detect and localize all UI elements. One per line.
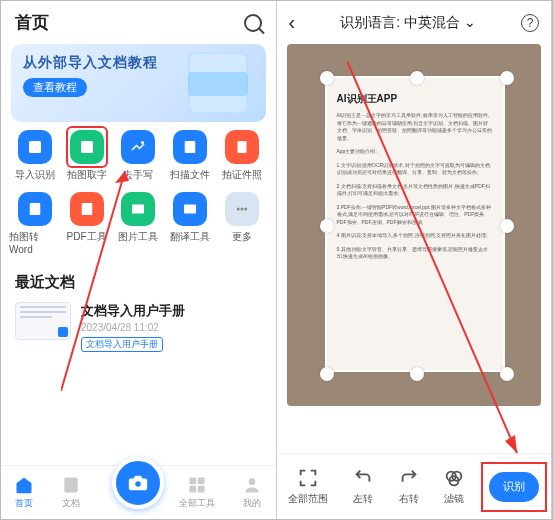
svg-point-26 — [136, 481, 142, 487]
docs-icon — [61, 475, 81, 495]
lang-label: 识别语言: — [340, 14, 400, 30]
svg-rect-20 — [65, 478, 78, 493]
back-button[interactable]: ‹ — [289, 11, 296, 34]
rotate-right-icon — [398, 467, 420, 489]
recent-doc-row[interactable]: 文档导入用户手册 2023/04/28 11:02 文档导入用户手册 — [1, 298, 276, 356]
svg-text:W: W — [32, 207, 38, 213]
rotate-left-icon — [352, 467, 374, 489]
tool-3[interactable]: 扫描文件 — [164, 130, 216, 182]
doc-title: 文档导入用户手册 — [81, 302, 185, 320]
nav-me[interactable]: 我的 — [242, 475, 262, 510]
tb-filter[interactable]: 滤镜 — [443, 467, 465, 506]
tool-6[interactable]: PDFPDF工具 — [61, 192, 113, 255]
left-header: 首页 — [1, 1, 276, 40]
nav-label: 首页 — [15, 497, 33, 510]
page-paragraph: 1.文字识别:使用OCR识别技术,对于拍照的文字可提取为可编辑的文档,识别成功后… — [337, 162, 493, 177]
svg-point-25 — [249, 478, 256, 485]
tool-9[interactable]: 更多 — [216, 192, 268, 255]
tool-7[interactable]: 图片工具 — [112, 192, 164, 255]
user-icon — [242, 475, 262, 495]
recognize-button[interactable]: 识别 — [489, 472, 539, 502]
tool-label: 翻译工具 — [170, 230, 210, 244]
svg-point-8 — [239, 143, 244, 148]
crop-handle[interactable] — [320, 219, 334, 233]
nav-home[interactable]: 首页 — [14, 475, 34, 510]
nav-label: 全部工具 — [179, 497, 215, 510]
chevron-down-icon: ⌄ — [464, 14, 476, 30]
page-paragraph: AI识别王是一款文字的学习工具类软件,效率学习人工智能的应用软件,将它作为一键通… — [337, 112, 493, 142]
lang-value: 中英混合 — [404, 14, 460, 30]
tool-2[interactable]: 去手写 — [112, 130, 164, 182]
svg-text:T: T — [84, 142, 90, 152]
expand-icon — [297, 467, 319, 489]
tool-1[interactable]: T拍图取字 — [61, 130, 113, 182]
tool-label: 导入识别 — [15, 168, 55, 182]
help-icon[interactable]: ? — [521, 14, 539, 32]
tool-0[interactable]: 导入识别 — [9, 130, 61, 182]
page-paragraph: 2.文档扫描:支持扫描各类文档,名片等文档性质的图片,快速生成PDF扫描件,打印… — [337, 183, 493, 198]
svg-marker-33 — [505, 435, 517, 453]
nav-tools[interactable]: 全部工具 — [179, 475, 215, 510]
svg-text:文A: 文A — [185, 205, 195, 212]
tb-label: 左转 — [353, 492, 373, 506]
crop-handle[interactable] — [410, 71, 424, 85]
tool-label: 图片工具 — [118, 230, 158, 244]
language-selector[interactable]: 识别语言: 中英混合 ⌄ — [340, 14, 476, 32]
import-tutorial-banner[interactable]: 从外部导入文档教程 查看教程 — [11, 44, 266, 122]
page-paragraph: App主要功能介绍: — [337, 148, 493, 156]
tool-icon: 文A — [173, 192, 207, 226]
nav-docs[interactable]: 文档 — [61, 475, 81, 510]
svg-rect-1 — [81, 141, 93, 153]
svg-text:PDF: PDF — [81, 207, 92, 213]
crop-handle[interactable] — [500, 71, 514, 85]
tb-label: 右转 — [399, 492, 419, 506]
crop-rect[interactable]: AI识别王APP AI识别王是一款文字的学习工具类软件,效率学习人工智能的应用软… — [325, 76, 505, 372]
svg-point-17 — [236, 208, 239, 211]
tool-label: 去手写 — [123, 168, 153, 182]
doc-tag: 文档导入用户手册 — [81, 337, 163, 352]
tb-rotate-right[interactable]: 右转 — [398, 467, 420, 506]
camera-header: ‹ 识别语言: 中英混合 ⌄ ? — [277, 1, 552, 40]
home-icon — [14, 475, 34, 495]
tool-label: PDF工具 — [67, 230, 107, 244]
crop-handle[interactable] — [410, 367, 424, 381]
doc-info: 文档导入用户手册 2023/04/28 11:02 文档导入用户手册 — [81, 302, 185, 352]
tb-label: 滤镜 — [444, 492, 464, 506]
banner-folder-illustration — [188, 72, 248, 96]
recognize-button-wrap: 识别 — [489, 472, 539, 502]
tool-label: 拍图转Word — [9, 230, 61, 255]
camera-toolbar: 全部范围 左转 右转 滤镜 识别 — [277, 453, 552, 519]
tool-5[interactable]: W拍图转Word — [9, 192, 61, 255]
tools-icon — [187, 475, 207, 495]
nav-label: 我的 — [243, 497, 261, 510]
tool-icon: T — [70, 130, 104, 164]
doc-type-badge — [58, 327, 68, 337]
tool-icon — [18, 130, 52, 164]
svg-rect-23 — [190, 486, 197, 493]
tool-4[interactable]: 拍证件照 — [216, 130, 268, 182]
tb-label: 全部范围 — [288, 492, 328, 506]
tool-8[interactable]: 文A翻译工具 — [164, 192, 216, 255]
camera-viewport[interactable]: AI识别王APP AI识别王是一款文字的学习工具类软件,效率学习人工智能的应用软… — [287, 44, 542, 406]
svg-point-3 — [141, 141, 144, 144]
doc-thumbnail — [15, 302, 71, 340]
tool-label: 更多 — [232, 230, 252, 244]
camera-fab[interactable] — [112, 457, 164, 509]
crop-handle[interactable] — [320, 367, 334, 381]
tool-icon — [225, 192, 259, 226]
right-phone-screen: ‹ 识别语言: 中英混合 ⌄ ? AI识别王APP AI识别王是一款文字的学习工… — [277, 1, 553, 519]
crop-handle[interactable] — [320, 71, 334, 85]
tool-icon: PDF — [70, 192, 104, 226]
tb-rotate-left[interactable]: 左转 — [352, 467, 374, 506]
crop-handle[interactable] — [500, 367, 514, 381]
svg-rect-21 — [190, 478, 197, 485]
tb-full-range[interactable]: 全部范围 — [288, 467, 328, 506]
doc-date: 2023/04/28 11:02 — [81, 322, 185, 333]
crop-handle[interactable] — [500, 219, 514, 233]
tool-icon — [173, 130, 207, 164]
page-paragraph: 4.图片识花:支持本地导入,多个拍照,连续拍照,支持照片美化图片处理; — [337, 232, 493, 240]
page-title: 首页 — [15, 11, 49, 34]
search-icon[interactable] — [244, 14, 262, 32]
left-phone-screen: 首页 从外部导入文档教程 查看教程 导入识别T拍图取字去手写扫描文件拍证件照W拍… — [1, 1, 277, 519]
banner-button[interactable]: 查看教程 — [23, 78, 87, 97]
